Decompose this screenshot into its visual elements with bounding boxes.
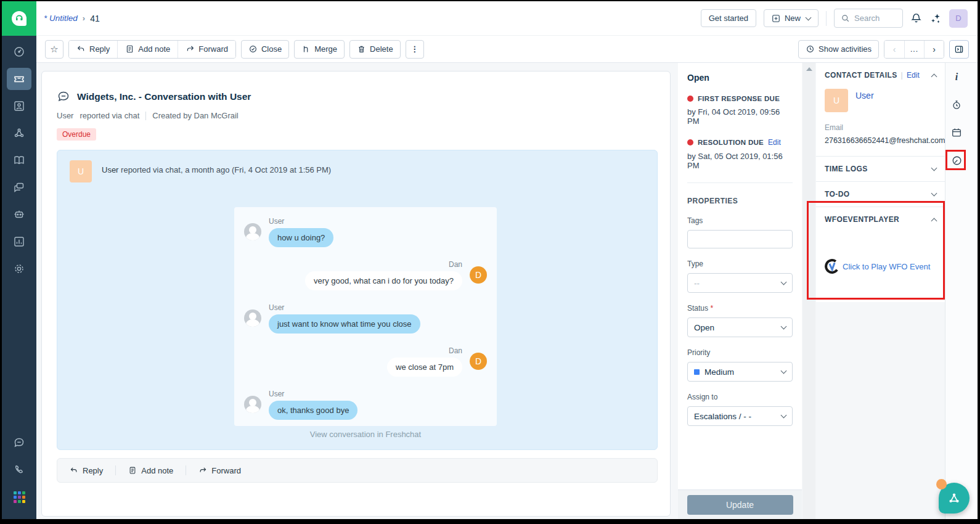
user-chat-avatar-icon (244, 223, 261, 240)
chevron-down-icon (806, 15, 812, 21)
chevron-left-icon: ‹ (893, 44, 896, 54)
priority-select[interactable]: Medium (687, 362, 793, 382)
header-pipe: | (901, 71, 904, 80)
close-button[interactable]: Close (241, 40, 289, 59)
first-response-value: by Fri, 04 Oct 2019, 09:56 PM (687, 107, 793, 126)
note-icon (128, 466, 137, 475)
sidebar-item-customers[interactable] (7, 122, 31, 144)
sidebar-item-contacts[interactable] (7, 95, 31, 117)
sidebar-item-dashboard[interactable] (7, 41, 31, 63)
sidebar-item-analytics[interactable] (7, 231, 31, 253)
sidebar-item-admin[interactable] (7, 258, 31, 280)
contact-details-header[interactable]: CONTACT DETAILS | Edit (816, 63, 945, 88)
bottom-reply-button[interactable]: Reply (67, 466, 105, 475)
reply-button[interactable]: Reply (69, 41, 117, 58)
contact-name-link[interactable]: User (855, 91, 874, 100)
tags-input[interactable] (687, 230, 793, 248)
merge-button[interactable]: Merge (294, 40, 345, 59)
star-button[interactable]: ☆ (45, 40, 63, 59)
more-actions-button[interactable]: ⋮ (406, 40, 424, 59)
add-note-button[interactable]: Add note (117, 41, 178, 58)
forward-button[interactable]: Forward (178, 41, 235, 58)
time-logs-header[interactable]: TIME LOGS (816, 157, 945, 181)
new-button[interactable]: New (764, 9, 819, 27)
requester-avatar[interactable]: U (70, 160, 92, 182)
type-select[interactable]: -- (687, 273, 793, 293)
first-response-label: FIRST RESPONSE DUE (698, 95, 780, 102)
message-author: User (269, 217, 333, 226)
topbar-actions: Get started New Search (701, 9, 978, 28)
wfo-player-logo-icon (823, 258, 841, 275)
trash-icon (357, 44, 366, 54)
assign-value: Escalations / - - (694, 412, 751, 421)
message-bubble: how u doing? (269, 228, 333, 247)
chat-widget-notification-dot (936, 479, 947, 489)
priority-medium-icon (694, 369, 700, 375)
show-activities-button[interactable]: Show activities (798, 40, 879, 59)
view-in-freshchat-link[interactable]: View conversation in Freshchat (234, 430, 497, 439)
time-logs-title: TIME LOGS (825, 165, 868, 173)
bottom-add-note-label: Add note (141, 466, 173, 475)
sidebar-item-freshcaller[interactable] (7, 459, 31, 481)
delete-button[interactable]: Delete (349, 40, 401, 59)
chevron-down-icon (931, 190, 937, 197)
sidebar-item-solutions[interactable] (7, 149, 31, 171)
sidebar-item-tickets[interactable] (7, 68, 31, 90)
get-started-button[interactable]: Get started (701, 9, 756, 27)
scrollbar[interactable] (802, 63, 815, 519)
ticket-toolbar: ☆ Reply Add note Forward (36, 36, 978, 63)
sidebar-item-apps-switcher[interactable] (7, 486, 31, 508)
sidebar-item-freshchat[interactable] (7, 432, 31, 454)
breadcrumb-title[interactable]: * Untitled (44, 14, 78, 23)
time-logs-stopwatch-icon[interactable] (950, 99, 963, 110)
chevron-down-icon (781, 412, 787, 419)
next-ticket-button[interactable]: › (924, 41, 944, 58)
time-logs-section: TIME LOGS (816, 156, 945, 181)
search-placeholder: Search (854, 14, 880, 23)
agent-avatar-initial: D (475, 356, 481, 366)
contact-avatar[interactable]: U (825, 89, 848, 112)
notifications-bell-icon[interactable] (910, 12, 922, 24)
ticket-source-user[interactable]: User (57, 111, 73, 120)
freshdesk-logo[interactable] (2, 1, 36, 36)
conversation-header-user[interactable]: User (102, 165, 118, 174)
assign-select[interactable]: Escalations / - - (687, 406, 793, 426)
ticket-list-button[interactable]: ... (904, 41, 924, 58)
todo-header[interactable]: TO-DO (816, 182, 945, 207)
contact-edit-link[interactable]: Edit (907, 71, 920, 80)
wfo-event-player-icon[interactable] (950, 155, 963, 166)
add-note-label: Add note (138, 44, 170, 54)
conversation-header: U User reported via chat, a month ago (F… (57, 150, 657, 192)
sidebar-item-forums[interactable] (7, 176, 31, 199)
bottom-forward-button[interactable]: Forward (196, 466, 243, 475)
wfo-play-link[interactable]: Click to Play WFO Event (843, 262, 930, 271)
scrollbar-up-arrow-icon[interactable] (806, 67, 812, 71)
bottom-add-note-button[interactable]: Add note (126, 466, 176, 475)
collapse-panel-button[interactable] (949, 40, 969, 59)
analytics-icon (13, 235, 25, 248)
chevron-down-icon (781, 368, 787, 374)
message-author: User (269, 390, 357, 398)
copilot-sparkle-icon[interactable] (929, 12, 942, 25)
sidebar-item-bots[interactable] (7, 203, 31, 226)
breadcrumb-ticket-id: 41 (90, 14, 100, 23)
priority-field: Priority Medium (687, 348, 793, 382)
status-select[interactable]: Open (687, 317, 793, 337)
prev-ticket-button[interactable]: ‹ (884, 41, 904, 58)
resolution-edit-link[interactable]: Edit (768, 138, 781, 147)
todo-calendar-icon[interactable] (950, 127, 963, 138)
type-label: Type (687, 260, 793, 268)
update-button[interactable]: Update (687, 495, 793, 515)
search-input[interactable]: Search (834, 9, 903, 28)
resolution-label: RESOLUTION DUE (698, 139, 764, 146)
user-chat-avatar-icon (244, 309, 261, 327)
forward-icon (198, 466, 207, 475)
topbar: * Untitled › 41 Get started New Search (2, 1, 978, 36)
forward-label: Forward (198, 44, 228, 54)
search-icon (841, 14, 850, 23)
ticket-source-channel: reported via chat (80, 111, 139, 120)
user-avatar[interactable]: D (949, 9, 968, 28)
social-network-icon (13, 127, 25, 139)
wfo-header[interactable]: WFOEVENTPLAYER (816, 207, 945, 232)
ticket-info-icon[interactable]: i (950, 72, 963, 83)
